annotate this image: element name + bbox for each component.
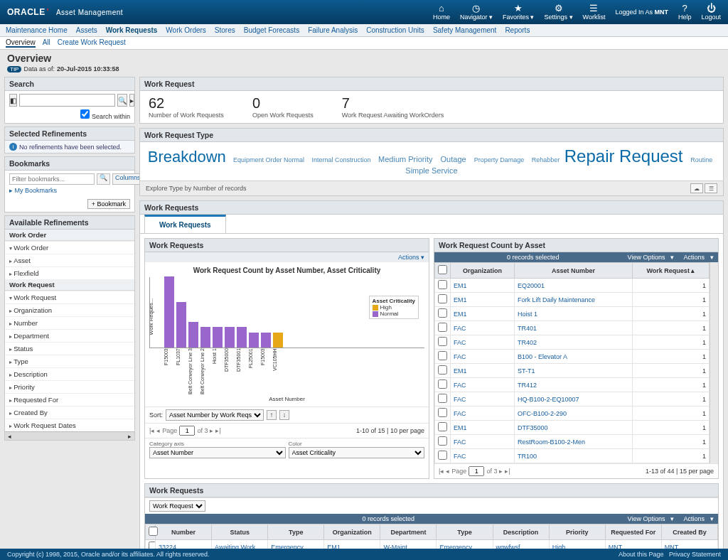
asset-count-vscroll[interactable] bbox=[710, 262, 718, 463]
asset-select-all[interactable] bbox=[438, 265, 447, 274]
row-checkbox[interactable] bbox=[438, 351, 447, 360]
refinement-status[interactable]: Status bbox=[5, 342, 134, 355]
chart-page-input[interactable] bbox=[179, 426, 195, 436]
wr-col-header[interactable]: Number bbox=[156, 524, 212, 540]
asset-org-cell[interactable]: FAC bbox=[451, 392, 515, 406]
asset-org-cell[interactable]: EM1 bbox=[451, 307, 515, 321]
type-tag[interactable]: Rehabber bbox=[532, 156, 562, 163]
asset-org-cell[interactable]: EM1 bbox=[451, 364, 515, 378]
chart-bar[interactable] bbox=[273, 333, 283, 348]
chart-bar[interactable] bbox=[188, 322, 198, 348]
wr-col-header[interactable]: Created By bbox=[661, 524, 717, 540]
chart-page-next[interactable]: ▸ bbox=[210, 427, 213, 434]
asset-number-cell[interactable]: TR412 bbox=[514, 378, 632, 392]
type-tag[interactable]: Routine bbox=[690, 156, 712, 163]
refinement-work-request[interactable]: Work Request bbox=[5, 291, 134, 303]
type-tag[interactable]: Equipment Order Normal bbox=[233, 156, 306, 163]
asset-number-cell[interactable]: B100 - Elevator A bbox=[514, 350, 632, 364]
chart-page-last[interactable]: ▸| bbox=[215, 427, 220, 434]
menu-work-requests[interactable]: Work Requests bbox=[106, 26, 158, 34]
type-tag[interactable]: Property Damage bbox=[474, 156, 526, 163]
nav-settings[interactable]: ⚙Settings ▾ bbox=[545, 4, 573, 21]
row-checkbox[interactable] bbox=[438, 436, 447, 446]
type-tag[interactable]: Simple Service bbox=[405, 166, 457, 175]
chart-actions[interactable]: Actions ▾ bbox=[145, 252, 429, 262]
menu-assets[interactable]: Assets bbox=[76, 26, 97, 34]
asset-col-header[interactable]: Asset Number bbox=[514, 263, 632, 279]
footer-about[interactable]: About this Page bbox=[619, 551, 664, 558]
add-bookmark-button[interactable]: + Bookmark bbox=[87, 199, 130, 209]
row-checkbox[interactable] bbox=[438, 337, 447, 346]
bookmark-filter-input[interactable] bbox=[9, 173, 95, 185]
chart-bar[interactable] bbox=[225, 327, 235, 348]
wr-col-header[interactable]: Priority bbox=[549, 524, 605, 540]
search-type-toggle[interactable]: ◧ bbox=[9, 94, 17, 107]
submenu-all[interactable]: All bbox=[43, 38, 50, 48]
search-advanced-button[interactable]: ▸ bbox=[129, 94, 134, 107]
asset-org-cell[interactable]: FAC bbox=[451, 335, 515, 350]
row-checkbox[interactable] bbox=[438, 408, 447, 417]
refinement-requested-for[interactable]: Requested For bbox=[5, 393, 134, 406]
asset-org-cell[interactable]: FAC bbox=[451, 435, 515, 449]
row-checkbox[interactable] bbox=[438, 294, 447, 303]
asset-col-header[interactable]: Work Request ▴ bbox=[632, 263, 709, 279]
chart-bar[interactable] bbox=[176, 302, 186, 348]
nav-help[interactable]: ?Help bbox=[678, 4, 692, 21]
menu-failure-analysis[interactable]: Failure Analysis bbox=[308, 26, 358, 34]
asset-number-cell[interactable]: RestRoom-B100-2-Men bbox=[514, 435, 632, 449]
menu-reports[interactable]: Reports bbox=[505, 26, 530, 34]
wr-col-header[interactable]: Description bbox=[493, 524, 549, 540]
wr-col-header[interactable]: Type bbox=[268, 524, 324, 540]
asset-count-actions[interactable]: Actions bbox=[683, 254, 705, 261]
asset-page-first[interactable]: |◂ bbox=[439, 468, 444, 475]
refinement-asset[interactable]: Asset bbox=[5, 254, 134, 266]
refinements-scrollbar[interactable]: ◂▸ bbox=[5, 431, 134, 440]
asset-page-prev[interactable]: ◂ bbox=[446, 468, 449, 475]
refinement-flexfield[interactable]: Flexfield bbox=[5, 266, 134, 279]
tab-work-requests[interactable]: Work Requests bbox=[144, 215, 226, 233]
row-checkbox[interactable] bbox=[438, 365, 447, 375]
menu-work-orders[interactable]: Work Orders bbox=[166, 26, 206, 34]
chart-bar[interactable] bbox=[237, 327, 247, 348]
sort-desc-button[interactable]: ↓ bbox=[279, 410, 289, 420]
chart-bar[interactable] bbox=[200, 327, 210, 348]
type-tag[interactable]: Internal Construction bbox=[312, 156, 373, 163]
row-checkbox[interactable] bbox=[438, 323, 447, 332]
chart-bar[interactable] bbox=[164, 276, 174, 348]
refinement-description[interactable]: Description bbox=[5, 367, 134, 380]
asset-org-cell[interactable]: FAC bbox=[451, 350, 515, 364]
my-bookmarks-link[interactable]: ▸ My Bookmarks bbox=[9, 185, 130, 196]
asset-number-cell[interactable]: TR100 bbox=[514, 449, 632, 463]
wr-col-header[interactable]: Department bbox=[380, 524, 437, 540]
row-checkbox[interactable] bbox=[438, 379, 447, 389]
wr-select-all[interactable] bbox=[149, 527, 158, 536]
asset-org-cell[interactable]: EM1 bbox=[451, 293, 515, 307]
footer-privacy[interactable]: Privacy Statement bbox=[669, 551, 721, 558]
category-axis-select[interactable]: Asset Number bbox=[149, 447, 286, 458]
asset-number-cell[interactable]: OFC-B100-2-290 bbox=[514, 406, 632, 421]
asset-page-last[interactable]: ▸| bbox=[505, 468, 510, 475]
asset-number-cell[interactable]: TR402 bbox=[514, 335, 632, 350]
type-tag[interactable]: Outage bbox=[441, 155, 469, 163]
bookmark-columns-button[interactable]: Columns bbox=[112, 173, 144, 185]
refinement-work-order[interactable]: Work Order bbox=[5, 241, 134, 254]
view-cloud-button[interactable]: ☁ bbox=[690, 183, 703, 193]
asset-number-cell[interactable]: Fork Lift Daily Maintenance bbox=[514, 293, 632, 307]
chart-page-first[interactable]: |◂ bbox=[149, 427, 154, 434]
chart-bar[interactable] bbox=[261, 333, 271, 348]
asset-number-cell[interactable]: ST-T1 bbox=[514, 364, 632, 378]
type-tag[interactable]: Medium Priority bbox=[378, 155, 434, 163]
nav-favorites[interactable]: ★Favorites ▾ bbox=[503, 4, 535, 21]
submenu-overview[interactable]: Overview bbox=[6, 38, 36, 48]
wr-view-options[interactable]: View Options bbox=[628, 515, 665, 522]
refinement-priority[interactable]: Priority bbox=[5, 380, 134, 393]
asset-number-cell[interactable]: EQ20001 bbox=[514, 279, 632, 293]
asset-org-cell[interactable]: FAC bbox=[451, 449, 515, 463]
asset-number-cell[interactable]: Hoist 1 bbox=[514, 307, 632, 321]
nav-navigator[interactable]: ◷Navigator ▾ bbox=[460, 4, 493, 21]
row-checkbox[interactable] bbox=[438, 394, 447, 403]
view-list-button[interactable]: ☰ bbox=[705, 183, 717, 193]
menu-safety-management[interactable]: Safety Management bbox=[433, 26, 497, 34]
wr-col-header[interactable]: Status bbox=[212, 524, 268, 540]
submenu-create-work-request[interactable]: Create Work Request bbox=[58, 38, 126, 48]
